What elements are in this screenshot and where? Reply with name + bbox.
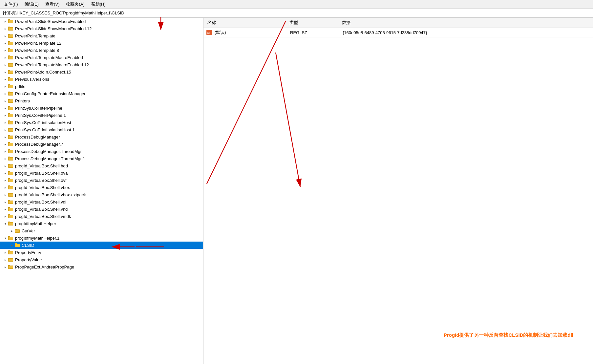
reg-entry-type: REG_SZ	[290, 30, 343, 35]
tree-item[interactable]: progId_VirtualBox.Shell.ova	[0, 169, 203, 177]
expand-arrow[interactable]	[3, 199, 8, 204]
svg-rect-62	[9, 165, 13, 167]
svg-rect-29	[9, 85, 13, 88]
tree-item[interactable]: PropPageExt.AndreaPropPage	[0, 263, 203, 270]
tree-item-label: ProcessDebugManager.ThreadMgr	[15, 149, 82, 154]
expand-arrow[interactable]	[3, 214, 8, 219]
tree-item[interactable]: CurVer	[0, 227, 203, 234]
tree-item-label: PrintSys.CoPrintIsolationHost.1	[15, 127, 74, 132]
folder-icon	[8, 33, 14, 39]
tree-item[interactable]: Printers	[0, 97, 203, 104]
tree-item[interactable]: PrintSys.CoFilterPipeline	[0, 104, 203, 112]
expand-arrow[interactable]	[3, 141, 8, 147]
expand-arrow[interactable]	[3, 257, 8, 262]
expand-arrow[interactable]	[3, 127, 8, 132]
tree-item[interactable]: PrintConfig.PrinterExtensionManager	[0, 90, 203, 97]
folder-icon	[8, 213, 14, 219]
tree-item[interactable]: Previous.Versions	[0, 75, 203, 83]
svg-rect-98	[9, 251, 13, 254]
expand-arrow[interactable]	[9, 228, 14, 233]
svg-rect-17	[9, 56, 13, 59]
tree-item[interactable]: PowerPoint.TemplateMacroEnabled	[0, 54, 203, 61]
tree-item[interactable]: progId_VirtualBox.Shell.ovf	[0, 177, 203, 184]
expand-arrow[interactable]	[3, 206, 8, 212]
menu-favorites[interactable]: 收藏夹(A)	[65, 1, 86, 8]
expand-arrow[interactable]	[3, 113, 8, 118]
expand-arrow[interactable]	[3, 250, 8, 255]
tree-item[interactable]: PropertyEntry	[0, 249, 203, 256]
expand-arrow[interactable]	[3, 185, 8, 190]
folder-icon	[8, 170, 14, 176]
expand-arrow[interactable]	[3, 264, 8, 269]
tree-item[interactable]: PowerPointAddIn.Connect.15	[0, 68, 203, 75]
tree-item[interactable]: PowerPoint.Template.8	[0, 47, 203, 54]
tree-item-label: CurVer	[22, 228, 35, 233]
expand-arrow[interactable]	[3, 98, 8, 103]
tree-item-label: PowerPoint.SlideShowMacroEnabled	[15, 19, 86, 24]
expand-arrow[interactable]	[3, 76, 8, 82]
tree-item[interactable]: progIdfmyMathHelper.1	[0, 234, 203, 242]
tree-item-label: Printers	[15, 98, 30, 103]
tree-item-label: progId_VirtualBox.Shell.ova	[15, 171, 68, 176]
expand-arrow[interactable]	[3, 40, 8, 46]
folder-icon	[8, 69, 14, 75]
tree-item-label: PowerPoint.SlideShowMacroEnabled.12	[15, 26, 92, 31]
expand-arrow[interactable]	[3, 170, 8, 176]
tree-item[interactable]: progId_VirtualBox.Shell.vbox-extpack	[0, 191, 203, 198]
expand-arrow[interactable]	[3, 55, 8, 60]
tree-item[interactable]: PrintSys.CoPrintIsolationHost	[0, 119, 203, 126]
svg-rect-11	[9, 42, 13, 45]
tree-item[interactable]: ProcessDebugManager	[0, 133, 203, 140]
menu-file[interactable]: 文件(F)	[3, 1, 19, 8]
expand-arrow[interactable]	[3, 105, 8, 111]
folder-icon	[8, 40, 14, 46]
folder-icon	[8, 235, 14, 241]
tree-item[interactable]: ProcessDebugManager.ThreadMgr	[0, 148, 203, 155]
expand-arrow[interactable]	[3, 48, 8, 53]
expand-arrow[interactable]	[3, 26, 8, 31]
tree-item[interactable]: progId_VirtualBox.Shell.hdd	[0, 162, 203, 169]
tree-item[interactable]: progId_VirtualBox.Shell.vdi	[0, 198, 203, 205]
expand-arrow[interactable]	[9, 243, 14, 248]
svg-rect-65	[9, 172, 13, 175]
reg-entry-data: {160e05e8-6489-4706-9615-7d238dd70947}	[343, 30, 593, 35]
expand-arrow[interactable]	[3, 69, 8, 75]
expand-arrow[interactable]	[3, 163, 8, 168]
expand-arrow[interactable]	[3, 149, 8, 154]
tree-item[interactable]: prffile	[0, 83, 203, 90]
tree-item[interactable]: PrintSys.CoFilterPipeline.1	[0, 112, 203, 119]
reg-entry[interactable]: ab(默认)REG_SZ{160e05e8-6489-4706-9615-7d2…	[203, 28, 593, 37]
expand-arrow[interactable]	[3, 178, 8, 183]
tree-item[interactable]: progId_VirtualBox.Shell.vhd	[0, 205, 203, 213]
expand-arrow[interactable]	[3, 235, 8, 241]
tree-item[interactable]: progIdfmyMathHelper	[0, 220, 203, 227]
expand-arrow[interactable]	[3, 19, 8, 24]
tree-item[interactable]: PropertyValue	[0, 256, 203, 263]
tree-item[interactable]: PowerPoint.SlideShowMacroEnabled	[0, 18, 203, 25]
tree-item[interactable]: PowerPoint.Template.12	[0, 39, 203, 47]
menu-view[interactable]: 查看(V)	[44, 1, 61, 8]
menu-edit[interactable]: 编辑(E)	[23, 1, 40, 8]
expand-arrow[interactable]	[3, 33, 8, 38]
tree-item[interactable]: PrintSys.CoPrintIsolationHost.1	[0, 126, 203, 133]
expand-arrow[interactable]	[3, 221, 8, 226]
tree-item[interactable]: PowerPoint.SlideShowMacroEnabled.12	[0, 25, 203, 32]
tree-item[interactable]: PowerPoint.Template	[0, 32, 203, 39]
tree-item[interactable]: ProcessDebugManager.ThreadMgr.1	[0, 155, 203, 162]
tree-item-label: CLSID	[22, 243, 34, 248]
expand-arrow[interactable]	[3, 91, 8, 96]
expand-arrow[interactable]	[3, 62, 8, 67]
tree-item[interactable]: ProcessDebugManager.7	[0, 140, 203, 148]
tree-item[interactable]: progId_VirtualBox.Shell.vbox	[0, 184, 203, 191]
tree-item-label: PrintConfig.PrinterExtensionManager	[15, 91, 86, 96]
svg-rect-86	[9, 223, 13, 225]
expand-arrow[interactable]	[3, 84, 8, 89]
expand-arrow[interactable]	[3, 156, 8, 161]
expand-arrow[interactable]	[3, 120, 8, 125]
tree-item[interactable]: progId_VirtualBox.Shell.vmdk	[0, 213, 203, 220]
menu-help[interactable]: 帮助(H)	[90, 1, 107, 8]
expand-arrow[interactable]	[3, 134, 8, 139]
expand-arrow[interactable]	[3, 192, 8, 197]
tree-item[interactable]: PowerPoint.TemplateMacroEnabled.12	[0, 61, 203, 68]
tree-item[interactable]: CLSID	[0, 242, 203, 249]
